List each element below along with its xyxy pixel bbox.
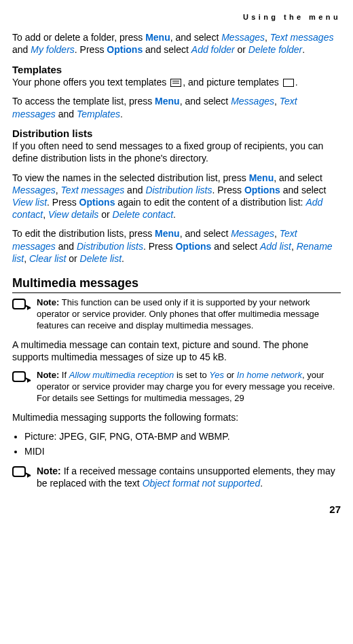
link-delete-contact: Delete contact — [113, 209, 174, 220]
link-distribution-lists: Distribution lists — [145, 185, 212, 195]
text: or — [98, 209, 112, 220]
text: and — [56, 109, 77, 119]
link-add-folder: Add folder — [191, 44, 235, 55]
text: . — [295, 77, 298, 88]
link-text-messages: Text messages — [270, 32, 334, 43]
link-text-messages: Text messages — [61, 185, 125, 195]
link-delete-folder: Delete folder — [248, 44, 302, 55]
link-object-format-not-supported: Object format not supported — [143, 478, 261, 489]
svg-rect-2 — [13, 372, 25, 381]
list-item: Picture: JPEG, GIF, PNG, OTA-BMP and WBM… — [24, 430, 341, 442]
para-distlists-1: If you often need to send messages to a … — [12, 140, 341, 164]
link-distribution-lists: Distribution lists — [77, 241, 143, 252]
text: is set to — [174, 370, 209, 380]
subheading-templates: Templates — [12, 63, 341, 77]
link-options: Options — [79, 197, 115, 208]
text: again to edit the content of a distribut… — [115, 197, 305, 208]
link-allow-multimedia-reception: Allow multimedia reception — [69, 370, 174, 380]
link-view-details: View details — [48, 209, 98, 220]
link-yes: Yes — [209, 370, 224, 380]
svg-rect-0 — [13, 299, 25, 309]
svg-rect-4 — [13, 467, 25, 476]
text: , and select — [170, 32, 222, 43]
text: If — [62, 370, 69, 380]
para-mms-1: A multimedia message can contain text, p… — [12, 339, 341, 363]
page-header: Using the menu — [12, 12, 341, 22]
text: and select — [143, 44, 191, 55]
list-item: MIDI — [24, 445, 341, 457]
text: To access the template list, press — [12, 96, 155, 107]
link-options: Options — [175, 241, 211, 252]
text: and — [56, 241, 77, 252]
text: . Press — [47, 197, 79, 208]
link-add-list: Add list — [260, 241, 291, 252]
text: . — [260, 478, 263, 489]
page-number: 27 — [12, 503, 341, 516]
note-text: Note: This function can be used only if … — [37, 297, 341, 332]
para-folders: To add or delete a folder, press Menu, a… — [12, 31, 341, 56]
link-menu: Menu — [155, 228, 180, 239]
text: or — [235, 44, 248, 55]
link-clear-list: Clear list — [29, 253, 66, 264]
text: , — [274, 96, 280, 107]
text: To view the names in the selected distri… — [12, 172, 249, 183]
link-messages: Messages — [231, 96, 274, 107]
link-my-folders: My folders — [31, 44, 75, 55]
text: or — [66, 253, 79, 264]
picture-template-icon — [283, 79, 294, 87]
para-mms-2: Multimedia messaging supports the follow… — [12, 411, 341, 423]
link-options: Options — [107, 44, 143, 55]
format-list: Picture: JPEG, GIF, PNG, OTA-BMP and WBM… — [12, 430, 341, 457]
link-templates: Templates — [77, 109, 120, 119]
text: To add or delete a folder, press — [12, 32, 145, 43]
text: , and picture templates — [183, 77, 282, 88]
para-templates-2: To access the template list, press Menu,… — [12, 95, 341, 119]
text: , — [291, 241, 297, 252]
text: and select — [211, 241, 260, 252]
text: , — [24, 253, 29, 264]
link-messages: Messages — [221, 32, 265, 43]
text: , — [274, 228, 280, 239]
text: To edit the distribution lists, press — [12, 228, 155, 239]
text: . Press — [212, 185, 244, 195]
text: and select — [280, 185, 327, 195]
text: This function can be used only if it is … — [37, 297, 319, 330]
note-label: Note: — [37, 466, 64, 476]
text: , — [43, 209, 48, 220]
note-block-2: Note: If Allow multimedia reception is s… — [12, 370, 341, 404]
text: Your phone offers you text templates — [12, 77, 169, 88]
text: . — [120, 109, 123, 119]
note-icon — [12, 371, 31, 389]
subheading-distribution-lists: Distribution lists — [12, 127, 341, 140]
link-menu: Menu — [155, 96, 180, 107]
note-icon — [12, 466, 31, 484]
note-icon — [12, 299, 31, 316]
note-block-1: Note: This function can be used only if … — [12, 297, 341, 332]
text: , — [265, 32, 270, 43]
text: . — [122, 253, 124, 264]
text: , and select — [274, 172, 322, 183]
link-messages: Messages — [231, 228, 274, 239]
note-label: Note: — [37, 370, 62, 380]
note-text: Note: If a received message contains uns… — [37, 465, 341, 489]
text: , and select — [180, 228, 231, 239]
text: . Press — [75, 44, 107, 55]
text: . — [302, 44, 305, 55]
link-delete-list: Delete list — [80, 253, 122, 264]
text: and — [124, 185, 145, 195]
para-distlists-3: To edit the distribution lists, press Me… — [12, 227, 341, 265]
note-text: Note: If Allow multimedia reception is s… — [37, 370, 341, 404]
link-in-home-network: In home network — [237, 370, 302, 380]
text: . — [173, 209, 176, 220]
link-options: Options — [244, 185, 280, 195]
section-multimedia-messages: Multimedia messages — [12, 276, 341, 293]
para-distlists-2: To view the names in the selected distri… — [12, 172, 341, 221]
link-menu: Menu — [145, 32, 170, 43]
text-template-icon — [170, 79, 181, 87]
link-menu: Menu — [249, 172, 274, 183]
text: , — [56, 185, 61, 195]
text: , and select — [180, 96, 231, 107]
text: . Press — [143, 241, 175, 252]
text: or — [224, 370, 237, 380]
para-templates-1: Your phone offers you text templates , a… — [12, 76, 341, 88]
